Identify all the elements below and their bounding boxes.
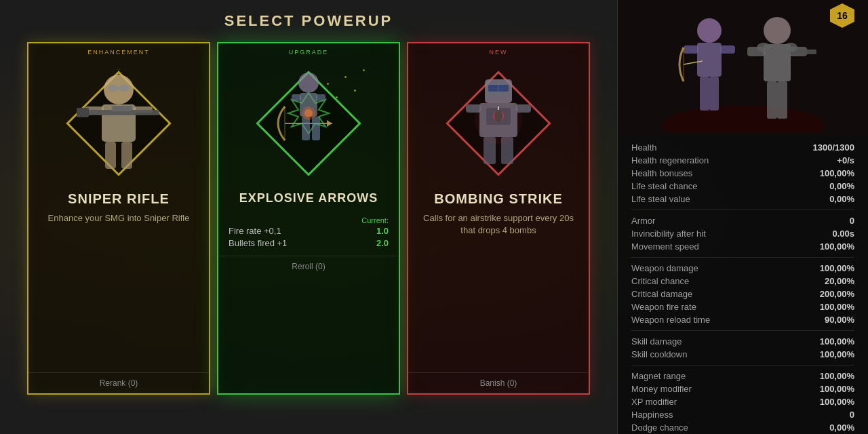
svg-rect-41 bbox=[684, 45, 698, 54]
stat-value-magnet: 100,00% bbox=[820, 371, 854, 381]
stat-armor: Armor 0 bbox=[631, 214, 854, 227]
stat-label-xp: XP modifier bbox=[631, 397, 677, 407]
stat-value-skill-damage: 100,00% bbox=[820, 336, 854, 347]
svg-rect-43 bbox=[700, 77, 709, 111]
stat-value-fire-rate: 100,00% bbox=[820, 302, 854, 312]
stat-label-invincibility: Invincibility after hit bbox=[631, 229, 706, 239]
stat-dodge: Dodge chance 0,00% bbox=[631, 421, 854, 434]
level-number: 16 bbox=[837, 10, 848, 21]
stat-health-bonus: Health bonuses 100,00% bbox=[631, 167, 854, 180]
card-image-arrows bbox=[218, 56, 399, 191]
svg-point-24 bbox=[304, 109, 313, 117]
stat-weapon-damage: Weapon damage 100,00% bbox=[631, 262, 854, 275]
stat-label-crit-chance: Critical chance bbox=[631, 276, 689, 286]
stat-lifesteal-value: Life steal value 0,00% bbox=[631, 193, 854, 205]
svg-point-17 bbox=[298, 73, 319, 93]
stat-label-skill-cooldown: Skill cooldown bbox=[631, 349, 687, 359]
svg-point-39 bbox=[697, 18, 722, 43]
card-badge-arrows: Upgrade bbox=[289, 49, 329, 56]
card-footer-bomb: Banish (0) bbox=[408, 372, 589, 393]
stat-label-health-bonus: Health bonuses bbox=[631, 168, 692, 178]
card-image-sniper bbox=[28, 56, 209, 191]
stat-value-happiness: 0 bbox=[850, 410, 854, 420]
stat-label-money: Money modifier bbox=[631, 384, 692, 394]
svg-rect-8 bbox=[112, 106, 132, 111]
svg-point-47 bbox=[764, 17, 791, 44]
stat-magnet: Magnet range 100,00% bbox=[631, 370, 854, 382]
stat-label-lifesteal-chance: Life steal chance bbox=[631, 181, 698, 191]
card-image-bomb bbox=[408, 56, 589, 191]
card-title-bomb: BOMBING STRIKE bbox=[427, 191, 570, 207]
svg-point-1 bbox=[108, 85, 119, 92]
upgrade-value-firerate: 1.0 bbox=[376, 226, 389, 236]
stat-value-health: 1300/1300 bbox=[813, 142, 854, 153]
stat-label-weapon-damage: Weapon damage bbox=[631, 263, 698, 273]
svg-point-38 bbox=[662, 105, 825, 132]
stat-value-health-bonus: 100,00% bbox=[820, 168, 854, 178]
stat-label-happiness: Happiness bbox=[631, 410, 673, 420]
stat-label-health: Health bbox=[631, 142, 657, 153]
upgrade-label-firerate: Fire rate +0,1 bbox=[229, 226, 281, 236]
stat-value-health-regen: +0/s bbox=[837, 155, 854, 165]
stat-value-crit-chance: 20,00% bbox=[825, 276, 854, 286]
card-badge-sniper: Enhancement bbox=[87, 49, 150, 56]
upgrade-label-bullets: Bullets fired +1 bbox=[229, 238, 287, 248]
sniper-character bbox=[71, 69, 166, 178]
stats-panel: 16 bbox=[617, 0, 868, 434]
upgrade-row-firerate: Fire rate +0,1 1.0 bbox=[229, 226, 389, 236]
current-label: Current: bbox=[229, 216, 389, 224]
stat-value-crit-damage: 200,00% bbox=[820, 289, 854, 299]
card-footer-sniper: Rerank (0) bbox=[28, 372, 209, 393]
stat-xp: XP modifier 100,00% bbox=[631, 395, 854, 408]
stat-crit-damage: Critical damage 200,00% bbox=[631, 288, 854, 300]
stats-section: Health 1300/1300 Health regeneration +0/… bbox=[618, 136, 868, 434]
stat-value-reload-time: 90,00% bbox=[825, 315, 854, 325]
divider-2 bbox=[631, 257, 854, 258]
card-bombing-strike[interactable]: New bbox=[407, 42, 590, 395]
svg-rect-22 bbox=[312, 117, 320, 140]
svg-rect-9 bbox=[105, 142, 116, 169]
card-explosive-arrows[interactable]: Upgrade bbox=[217, 42, 400, 395]
stat-health-regen: Health regeneration +0/s bbox=[631, 154, 854, 167]
panel-title: Select powerup bbox=[0, 0, 617, 42]
stat-fire-rate: Weapon fire rate 100,00% bbox=[631, 300, 854, 313]
svg-rect-7 bbox=[77, 108, 89, 117]
stat-value-lifesteal-chance: 0,00% bbox=[829, 181, 854, 191]
stat-move-speed: Movement speed 100,00% bbox=[631, 240, 854, 253]
stat-label-health-regen: Health regeneration bbox=[631, 155, 709, 165]
divider-3 bbox=[631, 330, 854, 331]
card-title-sniper: SNIPER RIFLE bbox=[61, 191, 176, 207]
stat-skill-damage: Skill damage 100,00% bbox=[631, 335, 854, 348]
stat-label-fire-rate: Weapon fire rate bbox=[631, 302, 696, 312]
stat-value-move-speed: 100,00% bbox=[820, 241, 854, 252]
stat-label-reload-time: Weapon reload time bbox=[631, 315, 710, 325]
stat-money: Money modifier 100,00% bbox=[631, 382, 854, 395]
svg-point-37 bbox=[475, 96, 522, 144]
card-sniper-rifle[interactable]: Enhancement bbox=[27, 42, 210, 395]
stat-happiness: Happiness 0 bbox=[631, 408, 854, 421]
stat-value-money: 100,00% bbox=[820, 384, 854, 394]
divider-4 bbox=[631, 365, 854, 366]
upgrade-row-bullets: Bullets fired +1 2.0 bbox=[229, 238, 389, 248]
svg-rect-10 bbox=[121, 142, 132, 169]
svg-rect-21 bbox=[302, 117, 310, 140]
stat-value-lifesteal-value: 0,00% bbox=[829, 194, 854, 204]
stat-health: Health 1300/1300 bbox=[631, 141, 854, 154]
svg-rect-19 bbox=[292, 94, 301, 101]
cards-container: Enhancement bbox=[0, 42, 617, 395]
preview-characters bbox=[642, 3, 845, 132]
stat-invincibility: Invincibility after hit 0.00s bbox=[631, 227, 854, 240]
svg-rect-51 bbox=[767, 81, 777, 119]
stat-label-magnet: Magnet range bbox=[631, 371, 686, 381]
stat-label-move-speed: Movement speed bbox=[631, 241, 699, 252]
svg-point-54 bbox=[757, 43, 770, 52]
stat-value-invincibility: 0.00s bbox=[832, 229, 854, 239]
svg-rect-44 bbox=[709, 77, 719, 111]
stat-label-lifesteal-value: Life steal value bbox=[631, 194, 690, 204]
svg-point-0 bbox=[104, 75, 134, 104]
stat-skill-cooldown: Skill cooldown 100,00% bbox=[631, 348, 854, 361]
stat-value-xp: 100,00% bbox=[820, 397, 854, 407]
card-title-arrows: EXPLOSIVE ARROWS bbox=[233, 191, 384, 205]
divider-1 bbox=[631, 210, 854, 210]
svg-point-55 bbox=[784, 43, 797, 52]
